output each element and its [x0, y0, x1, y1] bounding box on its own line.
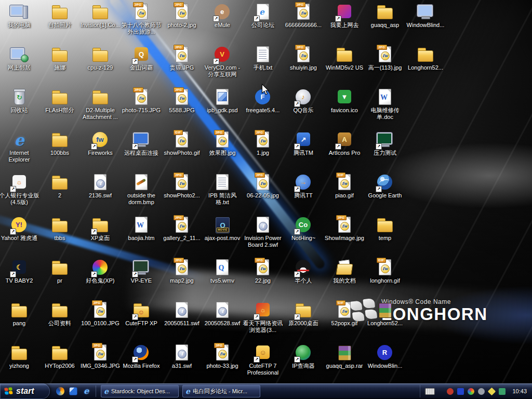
desktop-icon-gif-piao[interactable]: fwGIFpiao.gif — [324, 174, 365, 199]
tray-notes-icon[interactable] — [488, 387, 496, 395]
desktop-icon-wmv-tvs5[interactable]: Qtvs5.wmv — [202, 259, 243, 284]
desktop-icon-my-computer[interactable]: 我的电脑 — [0, 3, 39, 29]
desktop-icon-rar-guaqq[interactable]: guaqq_asp.rar — [324, 344, 365, 369]
quicklaunch-outlook-express-icon[interactable] — [69, 387, 77, 395]
desktop-icon-txt-shouji[interactable]: 手机.txt — [243, 46, 283, 71]
desktop-icon-recycle-bin[interactable]: 回收站 — [0, 88, 39, 114]
desktop-icon-go-online[interactable]: ↗我要上网去 — [324, 3, 365, 29]
desktop-icon-gif-showphoto[interactable]: fwGIFshowPhoto.gif — [162, 131, 202, 156]
quicklaunch-internet-explorer-icon[interactable]: e — [82, 387, 90, 395]
desktop-icon-emule[interactable]: e↗eMule — [202, 3, 243, 29]
desktop-icon-folder-temp[interactable]: temp — [365, 216, 405, 242]
tray-windowblinds-icon[interactable] — [457, 388, 464, 395]
tray-skin-theme-icon[interactable] — [447, 388, 454, 395]
desktop-icon-folder-pang[interactable]: pang — [0, 301, 39, 327]
desktop-icon-articons-pro[interactable]: A↗ArtIcons Pro — [324, 131, 365, 156]
start-button[interactable]: start — [0, 383, 50, 399]
desktop-icon-swf-20050511[interactable]: f20050511.swf — [162, 301, 202, 327]
desktop-icon-gif-52popx[interactable]: fwGIF52popx.gif — [324, 301, 365, 327]
desktop-icon-folder-pr[interactable]: pr — [39, 259, 80, 284]
desktop-icon-folder-guaqq[interactable]: guaqq_asp — [365, 3, 405, 29]
quicklaunch-browser-swirl-icon[interactable] — [56, 387, 64, 395]
desktop-icon-folder-company[interactable]: 公司资料 — [39, 301, 80, 327]
keyboard-input-icon[interactable] — [425, 388, 435, 395]
desktop-icon-ip-query[interactable]: ↗IP查询器 — [283, 344, 324, 369]
tray-messenger-icon[interactable] — [468, 388, 474, 395]
desktop-icon-tv-baby2[interactable]: ☾↗TV BABY2 — [0, 259, 39, 284]
desktop-icon-remote-desktop[interactable]: ↗远程桌面连接 — [121, 131, 162, 156]
desktop-icon-swf-a31[interactable]: fa31.swf — [162, 344, 202, 369]
desktop-icon-tencent-tt[interactable]: →↗腾讯TT — [283, 174, 324, 199]
desktop-icon-jpg-gallery[interactable]: fwJPGgallery_2_11... — [162, 216, 202, 242]
desktop-icon-folder-xp-desktop[interactable]: ↗XP桌面 — [80, 216, 121, 242]
desktop-icon-folder-invision[interactable]: Invision[1].Co... — [80, 3, 121, 29]
desktop-icon-jpg-xiaoguotu[interactable]: fwJPG效果图.jpg — [202, 131, 243, 156]
desktop-icon-fireworks[interactable]: fw↗Fireworks — [80, 131, 121, 156]
desktop-icon-doc-repair[interactable]: W电脑维修传单.doc — [365, 88, 405, 121]
desktop-icon-internet-explorer[interactable]: Internet Explorer — [0, 131, 39, 163]
desktop-icon-google-earth[interactable]: ↗Google Earth — [365, 174, 405, 199]
desktop-icon-cuteftp-7[interactable]: ☺↗CuteFTP 7 Professional — [243, 344, 283, 376]
desktop-icon-mozilla-firefox[interactable]: ↗Mozilla Firefox — [121, 344, 162, 369]
desktop-icon-jpg-1[interactable]: fwJPG1.jpg — [243, 131, 283, 156]
desktop-icon-yahoo-messenger[interactable]: Y!↗Yahoo! 雅虎通 — [0, 216, 39, 242]
desktop-icon-nothing[interactable]: Co↗NotHing~ — [283, 216, 324, 242]
desktop-icon-network-places[interactable]: 网上邻居 — [0, 46, 39, 71]
desktop-icon-folder-2[interactable]: 2 — [39, 174, 80, 199]
desktop-icon-jpg-6666[interactable]: fwJPG6666666666... — [283, 3, 324, 29]
desktop-icon-vp-eye[interactable]: ↗VP-EYE — [121, 259, 162, 284]
desktop-icon-jpg-showphoto2[interactable]: fwJPGshowPhoto2... — [162, 174, 202, 199]
desktop-icon-jpg-showimage[interactable]: fwJPGShowImage.jpg — [324, 216, 365, 242]
desktop-icon-personal-bank[interactable]: ☼↗个人银行专业版(4.5版) — [0, 174, 39, 206]
desktop-icon-qq-bangeren[interactable]: ↗半个人 — [283, 259, 324, 284]
desktop-icon-jpg-guiqiong[interactable]: fwJPG贵琼.JPG — [162, 46, 202, 71]
desktop-icon-jpg-062205[interactable]: fwJPG06-22-05.jpg — [243, 174, 283, 199]
desktop-icon-kantianxia[interactable]: ☼↗看天下网络资讯浏览器(3... — [243, 301, 283, 334]
desktop-icon-haosegui[interactable]: ↗好色鬼(XP) — [80, 259, 121, 284]
desktop-icon-txt-ipb[interactable]: IPB 简洁风格.txt — [202, 174, 243, 206]
desktop-icon-jpg-1000100[interactable]: fwJPG100_0100.JPG — [80, 301, 121, 327]
desktop-icon-folder-winmd5[interactable]: WinMD5v2 US — [324, 46, 365, 71]
desktop-icon-windowblinds-r[interactable]: RWindowBlin... — [365, 344, 405, 369]
desktop-icon-mov-ajax[interactable]: QMOVIEajax-post.mov — [202, 216, 243, 242]
desktop-icon-jpg-trip[interactable]: fwJPG第十八个教师节外出旅游... — [121, 3, 162, 35]
desktop-icon-qq-music[interactable]: ♪↗QQ音乐 — [283, 88, 324, 114]
desktop-icon-folder-longhorn52[interactable]: Longhorn52... — [405, 46, 446, 71]
desktop-icon-jpg-img0346[interactable]: fwJPGIMG_0346.JPG — [80, 344, 121, 369]
desktop-icon-folder-flash[interactable]: FLAsH部分 — [39, 88, 80, 114]
desktop-icon-folder-shina[interactable]: 施娜 — [39, 46, 80, 71]
desktop-icon-folder-2000desktop[interactable]: ↗原2000桌面 — [283, 301, 324, 327]
desktop-icon-folder-d2[interactable]: D2-Multiple Attachment ... — [80, 88, 121, 121]
tray-media-icon[interactable] — [499, 388, 506, 395]
desktop-icon-folder-hytop[interactable]: HYTop2006 — [39, 344, 80, 369]
desktop-icon-jpg-shuiyin[interactable]: fwJPGshuiyin.jpg — [283, 46, 324, 71]
desktop[interactable]: Windows® Code Name LONGHORN 我的电脑自拍照片Invi… — [0, 0, 532, 399]
desktop-icon-jpg-22[interactable]: fwJPG22.jpg — [243, 259, 283, 284]
desktop-icon-jpg-gaoyi[interactable]: fwJPG高一(113).jpg — [365, 46, 405, 71]
desktop-icon-folder-yizhong[interactable]: yizhong — [0, 344, 39, 369]
desktop-icon-gif-longhorn[interactable]: fwGIFlonghorn.gif — [365, 259, 405, 284]
desktop-icon-swf-ipb2[interactable]: fInvision Power Board 2.swf — [243, 216, 283, 248]
desktop-icon-my-documents[interactable]: 我的文档 — [324, 259, 365, 284]
desktop-icon-jpg-photo33[interactable]: fwJPGphoto-33.jpg — [202, 344, 243, 369]
desktop-icon-jpg-photo2[interactable]: fwJPGphoto-2.jpg — [162, 3, 202, 29]
desktop-icon-folder-cpuz[interactable]: cpu-z-129 — [80, 46, 121, 71]
desktop-icon-jpg-photo715[interactable]: fwJPGphoto-715.JPG — [121, 88, 162, 114]
desktop-icon-tencent-tm[interactable]: ↗↗腾讯TM — [283, 131, 324, 156]
desktop-icon-bmp-dorm[interactable]: outside the dorm.bmp — [121, 174, 162, 206]
desktop-icon-swf-20050528[interactable]: f20050528.swf — [202, 301, 243, 327]
desktop-icon-jpg-map2[interactable]: fwJPGmap2.jpg — [162, 259, 202, 284]
desktop-icon-company-forum[interactable]: e↗公司论坛 — [243, 3, 283, 29]
desktop-icon-psd-ipbgdk[interactable]: ipb_gdk.psd — [202, 88, 243, 114]
desktop-icon-cuteftp-xp[interactable]: ☺↗CuteFTP XP — [121, 301, 162, 327]
desktop-icon-folder-100bbs[interactable]: 100bbs — [39, 131, 80, 156]
desktop-icon-swf-2136[interactable]: f2136.swf — [80, 174, 121, 199]
desktop-icon-folder-zipai[interactable]: 自拍照片 — [39, 3, 80, 29]
desktop-icon-htm-baojia[interactable]: Wbaojia.htm — [121, 216, 162, 242]
taskbar-task-1[interactable]: eStardock: Object Des... — [101, 385, 179, 397]
desktop-icon-stress-test[interactable]: ↗压力测试 — [365, 131, 405, 156]
desktop-icon-verycd[interactable]: V↗VeryCD.com - 分享互联网 — [202, 46, 243, 78]
desktop-icon-favicon[interactable]: ▼favicon.ico — [324, 88, 365, 114]
desktop-icon-jpg-5588[interactable]: fwJPG5588.JPG — [162, 88, 202, 114]
desktop-icon-folder-tbbs[interactable]: tbbs — [39, 216, 80, 242]
